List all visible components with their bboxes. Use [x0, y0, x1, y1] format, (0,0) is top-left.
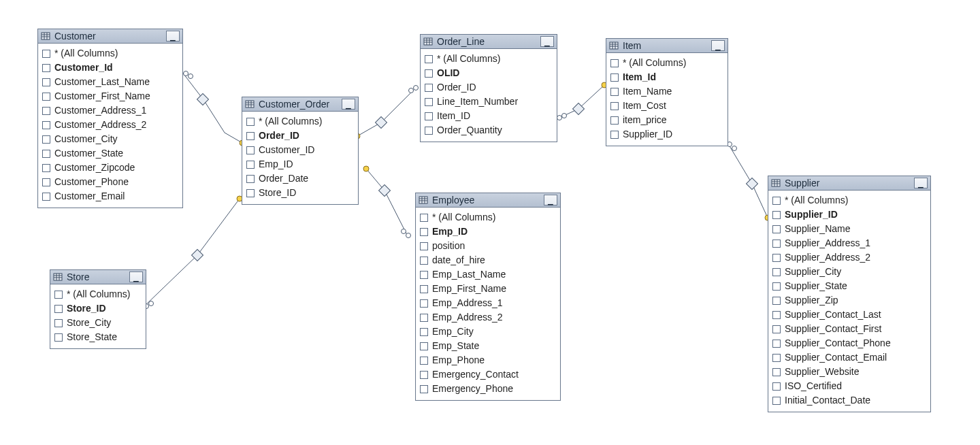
- column-checkbox[interactable]: [42, 93, 50, 101]
- column-checkbox[interactable]: [420, 214, 428, 222]
- column-emp_id[interactable]: Emp_ID: [246, 157, 354, 171]
- column-emp_first_name[interactable]: Emp_First_Name: [420, 282, 556, 296]
- column-checkbox[interactable]: [420, 228, 428, 236]
- column-supplier_city[interactable]: Supplier_City: [772, 265, 926, 279]
- column-checkbox[interactable]: [772, 268, 781, 276]
- table-employee[interactable]: Employee▁* (All Columns)Emp_IDpositionda…: [415, 193, 561, 401]
- column-checkbox[interactable]: [42, 135, 50, 144]
- column-emp_state[interactable]: Emp_State: [420, 339, 556, 353]
- column-checkbox[interactable]: [42, 50, 50, 58]
- column-all[interactable]: * (All Columns): [42, 46, 178, 61]
- column-customer_first_name[interactable]: Customer_First_Name: [42, 89, 178, 103]
- column-position[interactable]: position: [420, 239, 556, 253]
- column-checkbox[interactable]: [772, 254, 781, 262]
- column-checkbox[interactable]: [772, 311, 781, 319]
- column-emp_id[interactable]: Emp_ID: [420, 225, 556, 239]
- column-checkbox[interactable]: [425, 127, 433, 135]
- table-header[interactable]: Supplier▁: [768, 176, 930, 191]
- column-supplier_contact_phone[interactable]: Supplier_Contact_Phone: [772, 336, 926, 350]
- column-checkbox[interactable]: [420, 357, 428, 365]
- table-customer_order[interactable]: Customer_Order▁* (All Columns)Order_IDCu…: [242, 97, 359, 205]
- table-header[interactable]: Order_Line▁: [421, 35, 557, 49]
- column-store_id[interactable]: Store_ID: [54, 301, 142, 316]
- column-checkbox[interactable]: [42, 164, 50, 172]
- column-supplier_contact_last[interactable]: Supplier_Contact_Last: [772, 308, 926, 322]
- table-supplier[interactable]: Supplier▁* (All Columns)Supplier_IDSuppl…: [768, 176, 931, 412]
- column-supplier_name[interactable]: Supplier_Name: [772, 222, 926, 236]
- column-all[interactable]: * (All Columns): [420, 210, 556, 225]
- column-checkbox[interactable]: [42, 150, 50, 158]
- column-checkbox[interactable]: [772, 325, 781, 333]
- column-emp_address_2[interactable]: Emp_Address_2: [420, 310, 556, 325]
- minimize-button[interactable]: ▁: [544, 195, 557, 205]
- column-all[interactable]: * (All Columns): [610, 56, 723, 70]
- column-checkbox[interactable]: [246, 189, 255, 197]
- column-checkbox[interactable]: [610, 102, 619, 110]
- table-header[interactable]: Store▁: [50, 270, 146, 284]
- table-item[interactable]: Item▁* (All Columns)Item_IdItem_NameItem…: [606, 38, 728, 146]
- column-order_id[interactable]: Order_ID: [246, 129, 354, 143]
- column-checkbox[interactable]: [420, 285, 428, 293]
- column-item_price[interactable]: item_price: [610, 113, 723, 127]
- table-header[interactable]: Employee▁: [416, 193, 560, 208]
- column-checkbox[interactable]: [772, 368, 781, 376]
- column-emp_address_1[interactable]: Emp_Address_1: [420, 296, 556, 310]
- column-checkbox[interactable]: [425, 84, 433, 92]
- column-checkbox[interactable]: [772, 197, 781, 205]
- column-line_item_number[interactable]: Line_Item_Number: [425, 95, 553, 109]
- column-checkbox[interactable]: [420, 385, 428, 393]
- column-emergency_phone[interactable]: Emergency_Phone: [420, 382, 556, 396]
- column-customer_city[interactable]: Customer_City: [42, 132, 178, 146]
- column-checkbox[interactable]: [772, 354, 781, 362]
- minimize-button[interactable]: ▁: [129, 271, 143, 282]
- table-store[interactable]: Store▁* (All Columns)Store_IDStore_CityS…: [50, 269, 146, 349]
- minimize-button[interactable]: ▁: [540, 36, 554, 47]
- column-checkbox[interactable]: [420, 342, 428, 350]
- column-checkbox[interactable]: [610, 59, 619, 67]
- column-customer_id[interactable]: Customer_Id: [42, 61, 178, 75]
- column-checkbox[interactable]: [610, 73, 619, 82]
- table-header[interactable]: Item▁: [606, 39, 728, 53]
- column-customer_id[interactable]: Customer_ID: [246, 143, 354, 157]
- column-iso_certified[interactable]: ISO_Certified: [772, 379, 926, 393]
- table-order_line[interactable]: Order_Line▁* (All Columns)OLIDOrder_IDLi…: [420, 34, 557, 142]
- column-customer_address_1[interactable]: Customer_Address_1: [42, 103, 178, 118]
- column-checkbox[interactable]: [420, 328, 428, 336]
- column-item_id[interactable]: Item_ID: [425, 109, 553, 123]
- column-checkbox[interactable]: [420, 271, 428, 279]
- minimize-button[interactable]: ▁: [711, 40, 725, 51]
- column-emp_last_name[interactable]: Emp_Last_Name: [420, 267, 556, 282]
- column-checkbox[interactable]: [425, 55, 433, 63]
- column-checkbox[interactable]: [42, 64, 50, 72]
- column-checkbox[interactable]: [772, 397, 781, 405]
- column-order_date[interactable]: Order_Date: [246, 171, 354, 186]
- column-emp_phone[interactable]: Emp_Phone: [420, 353, 556, 367]
- column-checkbox[interactable]: [420, 314, 428, 322]
- column-olid[interactable]: OLID: [425, 66, 553, 80]
- column-date_of_hire[interactable]: date_of_hire: [420, 253, 556, 267]
- column-checkbox[interactable]: [425, 98, 433, 106]
- column-supplier_state[interactable]: Supplier_State: [772, 279, 926, 293]
- column-supplier_contact_email[interactable]: Supplier_Contact_Email: [772, 350, 926, 365]
- column-all[interactable]: * (All Columns): [772, 193, 926, 208]
- column-supplier_contact_first[interactable]: Supplier_Contact_First: [772, 322, 926, 336]
- column-all[interactable]: * (All Columns): [246, 114, 354, 129]
- column-store_city[interactable]: Store_City: [54, 316, 142, 330]
- column-customer_address_2[interactable]: Customer_Address_2: [42, 118, 178, 132]
- column-checkbox[interactable]: [420, 242, 428, 250]
- column-checkbox[interactable]: [420, 257, 428, 265]
- column-order_quantity[interactable]: Order_Quantity: [425, 123, 553, 137]
- column-supplier_zip[interactable]: Supplier_Zip: [772, 293, 926, 308]
- column-customer_zipcode[interactable]: Customer_Zipcode: [42, 161, 178, 175]
- column-checkbox[interactable]: [772, 282, 781, 291]
- column-emp_city[interactable]: Emp_City: [420, 325, 556, 339]
- column-supplier_id[interactable]: Supplier_ID: [772, 208, 926, 222]
- column-checkbox[interactable]: [246, 175, 255, 183]
- column-checkbox[interactable]: [610, 88, 619, 96]
- column-checkbox[interactable]: [42, 121, 50, 129]
- column-checkbox[interactable]: [54, 305, 63, 313]
- minimize-button[interactable]: ▁: [342, 99, 355, 110]
- column-checkbox[interactable]: [42, 193, 50, 201]
- column-checkbox[interactable]: [42, 107, 50, 115]
- table-header[interactable]: Customer_Order▁: [242, 97, 358, 112]
